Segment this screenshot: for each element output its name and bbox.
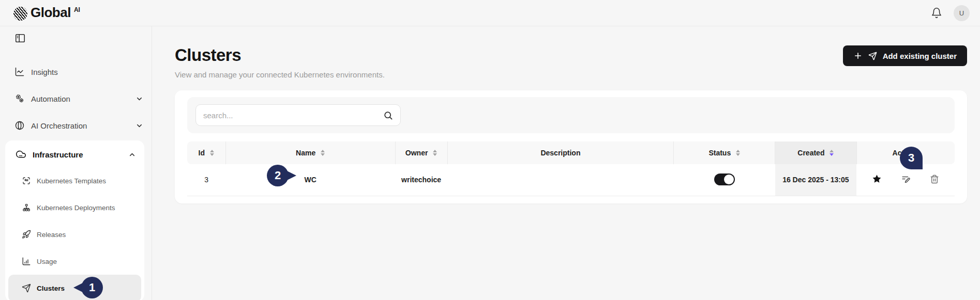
cell-name: WC [225, 164, 395, 196]
sidebar-item-kubernetes-templates[interactable]: Kubernetes Templates [5, 167, 144, 194]
send-icon [868, 52, 877, 60]
sort-icon [736, 150, 740, 156]
sidebar-item-label: Usage [37, 258, 57, 265]
column-header-owner[interactable]: Owner [395, 141, 447, 164]
search-input[interactable] [203, 111, 383, 120]
sort-icon [210, 150, 214, 156]
usage-chart-icon [22, 257, 31, 266]
globe-logo-icon [13, 7, 27, 21]
sidebar-item-usage[interactable]: Usage [5, 248, 144, 275]
sidebar-item-label: Kubernetes Templates [37, 177, 106, 185]
table-header-row: Id Name Owner Description [187, 141, 955, 164]
annotation-step-1: 1 [73, 277, 103, 298]
plus-icon [853, 51, 863, 60]
sidebar: Insights Automation [0, 26, 152, 300]
brand-name: Global [31, 6, 71, 19]
cell-actions [856, 164, 955, 196]
search-section [187, 97, 955, 133]
annotation-number: 1 [81, 277, 103, 298]
cell-id: 3 [187, 164, 225, 196]
add-existing-cluster-button[interactable]: Add existing cluster [843, 45, 967, 66]
sidebar-item-label: Insights [31, 68, 58, 76]
sidebar-item-kubernetes-deployments[interactable]: Kubernetes Deployments [5, 194, 144, 221]
column-label: Status [708, 149, 731, 157]
chevron-down-icon [135, 122, 143, 130]
avatar-initial: U [959, 9, 964, 17]
page-subtitle: View and manage your connected Kubernete… [175, 70, 385, 79]
send-icon [22, 283, 31, 293]
sidebar-item-label: Kubernetes Deployments [37, 204, 115, 212]
sidebar-collapse-icon[interactable] [14, 33, 26, 44]
column-label: Id [199, 149, 205, 157]
page-title: Clusters [175, 45, 385, 65]
sidebar-item-ai-orchestration[interactable]: AI Orchestration [0, 112, 152, 139]
cell-status [674, 164, 775, 196]
brand-logo: Global AI [13, 6, 80, 21]
clusters-table: Id Name Owner Description [187, 141, 955, 196]
sidebar-item-insights[interactable]: Insights [0, 58, 152, 85]
search-box [195, 104, 401, 126]
sort-icon [321, 150, 325, 156]
sidebar-item-label: Clusters [37, 285, 65, 292]
search-icon [383, 110, 393, 120]
sidebar-item-label: Infrastructure [33, 150, 83, 159]
cell-created: 16 Dec 2025 - 13:05 [775, 164, 856, 196]
infrastructure-group: Infrastructure Kubernetes Templates [5, 140, 144, 300]
annotation-step-3: 3 [900, 147, 923, 169]
cloud-icon [16, 149, 26, 160]
favorite-star-icon[interactable] [872, 174, 882, 184]
chart-line-icon [14, 67, 25, 77]
template-scan-icon [22, 176, 31, 185]
annotation-number: 3 [908, 151, 914, 165]
gears-icon [14, 93, 25, 104]
sidebar-item-automation[interactable]: Automation [0, 85, 152, 112]
chevron-up-icon [128, 151, 136, 159]
rocket-icon [22, 230, 31, 239]
cell-owner: writechoice [395, 164, 447, 196]
column-header-status[interactable]: Status [674, 141, 775, 164]
sidebar-item-infrastructure[interactable]: Infrastructure [5, 141, 144, 167]
chevron-down-icon [135, 95, 143, 103]
notifications-bell-icon[interactable] [931, 7, 942, 19]
annotation-pointer-right [285, 170, 296, 181]
table-row: 3 WC writechoice 16 Dec 2025 - 13:05 [187, 164, 955, 196]
toggle-knob [724, 175, 734, 184]
column-label: Created [797, 149, 824, 157]
user-avatar[interactable]: U [954, 5, 970, 21]
sidebar-item-label: Releases [37, 231, 66, 239]
add-button-label: Add existing cluster [883, 52, 957, 60]
orchestration-sphere-icon [14, 120, 25, 131]
top-header: Global AI U [0, 0, 980, 26]
column-label: Owner [405, 149, 428, 157]
status-toggle[interactable] [714, 173, 735, 185]
sort-icon [433, 150, 437, 156]
column-label: Description [540, 149, 580, 157]
column-label: Name [296, 149, 315, 157]
sidebar-item-releases[interactable]: Releases [5, 221, 144, 248]
sort-icon-active [830, 150, 834, 156]
deployments-hierarchy-icon [22, 203, 31, 212]
main-content: Clusters View and manage your connected … [152, 26, 980, 300]
cell-description [447, 164, 674, 196]
column-header-created[interactable]: Created [775, 141, 856, 164]
sidebar-item-label: AI Orchestration [31, 121, 87, 130]
column-header-name[interactable]: Name [225, 141, 395, 164]
edit-cluster-icon[interactable] [901, 174, 911, 184]
sidebar-item-label: Automation [31, 94, 70, 103]
column-header-description: Description [447, 141, 674, 164]
column-header-id[interactable]: Id [187, 141, 225, 164]
delete-trash-icon[interactable] [930, 175, 939, 184]
annotation-step-2: 2 [267, 165, 296, 186]
brand-superscript: AI [74, 6, 80, 13]
